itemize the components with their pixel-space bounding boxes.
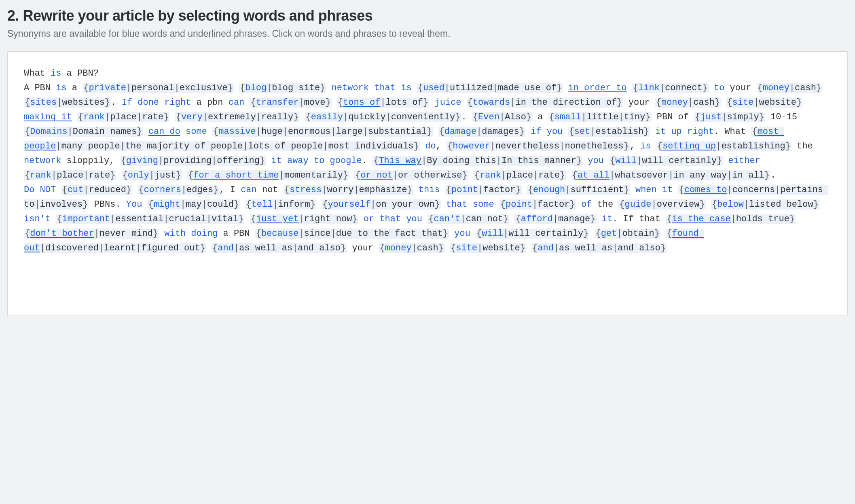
- spintax-alt[interactable]: rate: [89, 170, 110, 180]
- spintax-default[interactable]: blog: [245, 83, 267, 93]
- spintax-alt[interactable]: cash: [795, 83, 816, 93]
- synonym-phrase[interactable]: can do: [148, 127, 180, 137]
- spintax-group[interactable]: {important|essential|crucial|vital}: [56, 214, 244, 224]
- spintax-group[interactable]: {just yet|right now}: [250, 214, 358, 224]
- spintax-default[interactable]: at all: [578, 170, 610, 180]
- spintax-alt[interactable]: cash: [417, 243, 438, 253]
- spintax-group[interactable]: {damage|damages}: [438, 127, 525, 137]
- spintax-default[interactable]: only: [128, 170, 149, 180]
- spintax-alt[interactable]: website: [483, 243, 520, 253]
- spintax-group[interactable]: {because|since|due to the fact that}: [255, 229, 449, 239]
- synonym-word[interactable]: with doing: [164, 229, 218, 239]
- spintax-default[interactable]: below: [717, 199, 744, 210]
- spintax-alt[interactable]: conveniently: [391, 112, 455, 122]
- spintax-default[interactable]: and: [218, 243, 234, 253]
- spintax-default[interactable]: money: [385, 243, 412, 253]
- spintax-default[interactable]: tell: [252, 199, 273, 210]
- synonym-word[interactable]: is: [51, 68, 61, 78]
- spintax-alt[interactable]: most individuals: [328, 141, 414, 151]
- spintax-alt[interactable]: discovered: [45, 243, 99, 253]
- spintax-group[interactable]: {don't bother|never mind}: [24, 229, 159, 239]
- spintax-default[interactable]: guide: [625, 199, 652, 210]
- spintax-default[interactable]: rank: [480, 170, 501, 180]
- spintax-default[interactable]: corners: [144, 185, 181, 195]
- spintax-default[interactable]: site: [456, 243, 477, 253]
- spintax-group[interactable]: {blog|blog site}: [239, 83, 326, 93]
- spintax-default[interactable]: will: [615, 156, 637, 166]
- spintax-group[interactable]: {towards|in the direction of}: [467, 97, 623, 108]
- spintax-group[interactable]: {tons of|lots of}: [337, 97, 429, 108]
- spintax-alt[interactable]: in the direction of: [515, 97, 617, 108]
- synonym-word[interactable]: that is: [374, 83, 411, 93]
- spintax-default[interactable]: stress: [290, 185, 322, 195]
- spintax-default[interactable]: might: [154, 199, 180, 210]
- spintax-alt[interactable]: factor: [483, 185, 515, 195]
- spintax-alt[interactable]: momentarily: [284, 170, 343, 180]
- spintax-group[interactable]: {small|little|tiny}: [548, 112, 652, 122]
- synonym-word[interactable]: You: [126, 199, 142, 210]
- spintax-default[interactable]: tons of: [343, 97, 380, 108]
- spintax-default[interactable]: for a short time: [193, 170, 279, 180]
- spintax-alt[interactable]: exclusive: [180, 83, 228, 93]
- spintax-default[interactable]: transfer: [256, 97, 299, 108]
- spintax-group[interactable]: {below|listed below}: [711, 199, 819, 210]
- spintax-alt[interactable]: due to the fact that: [336, 229, 443, 239]
- spintax-alt[interactable]: since: [304, 229, 331, 239]
- spintax-alt[interactable]: providing: [163, 156, 212, 166]
- synonym-word[interactable]: to: [714, 83, 724, 93]
- spintax-group[interactable]: {private|personal|exclusive}: [83, 83, 234, 93]
- spintax-alt[interactable]: sufficient: [571, 185, 624, 195]
- spintax-group[interactable]: {Even|Also}: [472, 112, 532, 122]
- spintax-alt[interactable]: obtain: [622, 229, 654, 239]
- spintax-group[interactable]: {and|as well as|and also}: [212, 243, 347, 253]
- spintax-group[interactable]: {rank|place|rate}: [24, 170, 116, 180]
- spintax-alt[interactable]: place: [57, 170, 83, 180]
- synonym-phrase[interactable]: making it: [24, 112, 72, 122]
- synonym-word[interactable]: it: [602, 214, 612, 224]
- spintax-default[interactable]: giving: [126, 156, 158, 166]
- spintax-alt[interactable]: large: [336, 127, 363, 137]
- spintax-alt[interactable]: lots of people: [248, 141, 323, 151]
- spintax-alt[interactable]: move: [304, 97, 326, 108]
- synonym-word[interactable]: of: [581, 199, 592, 210]
- spintax-alt[interactable]: made use of: [498, 83, 557, 93]
- synonym-word[interactable]: is: [56, 83, 66, 93]
- spintax-alt[interactable]: as well as: [239, 243, 292, 253]
- spintax-alt[interactable]: nonetheless: [565, 141, 623, 151]
- synonym-word[interactable]: network: [24, 156, 61, 166]
- synonym-word[interactable]: or that you: [364, 214, 422, 224]
- spintax-default[interactable]: towards: [473, 97, 510, 108]
- spintax-alt[interactable]: vital: [212, 214, 238, 224]
- spintax-default[interactable]: rank: [83, 112, 105, 122]
- spintax-default[interactable]: This way: [379, 156, 421, 166]
- spintax-default[interactable]: or not: [361, 170, 393, 180]
- spintax-alt[interactable]: huge: [261, 127, 283, 137]
- spintax-alt[interactable]: lots of: [386, 97, 423, 108]
- spintax-group[interactable]: {site|website}: [450, 243, 526, 253]
- spintax-default[interactable]: just yet: [256, 214, 299, 224]
- spintax-alt[interactable]: website: [759, 97, 796, 108]
- spintax-default[interactable]: site: [732, 97, 754, 108]
- spintax-group[interactable]: {set|establish}: [568, 127, 650, 137]
- synonym-word[interactable]: you: [454, 229, 470, 239]
- spintax-group[interactable]: {money|cash}: [655, 97, 721, 108]
- spintax-alt[interactable]: personal: [131, 83, 174, 93]
- synonym-word[interactable]: network: [332, 83, 369, 93]
- spintax-group[interactable]: {money|cash}: [379, 243, 444, 253]
- spintax-alt[interactable]: edges: [186, 185, 213, 195]
- spintax-alt[interactable]: may: [186, 199, 202, 210]
- synonym-word[interactable]: when it: [635, 185, 673, 195]
- spintax-group[interactable]: {at all|whatsoever|in any way|in all}: [571, 170, 771, 180]
- spintax-default[interactable]: easily: [311, 112, 343, 122]
- synonym-word[interactable]: If done right: [122, 97, 191, 108]
- spintax-alt[interactable]: quickly: [348, 112, 385, 122]
- spintax-default[interactable]: small: [554, 112, 581, 122]
- spintax-alt[interactable]: the majority of people: [125, 141, 243, 151]
- synonym-phrase[interactable]: in order to: [568, 83, 627, 93]
- spintax-default[interactable]: just: [700, 112, 722, 122]
- spintax-group[interactable]: {enough|sufficient}: [527, 185, 630, 195]
- spintax-group[interactable]: {rank|place|rate}: [474, 170, 566, 180]
- spintax-alt[interactable]: inform: [278, 199, 310, 210]
- spintax-alt[interactable]: in any way: [673, 170, 727, 180]
- spintax-group[interactable]: {massive|huge|enormous|large|substantial…: [212, 127, 433, 137]
